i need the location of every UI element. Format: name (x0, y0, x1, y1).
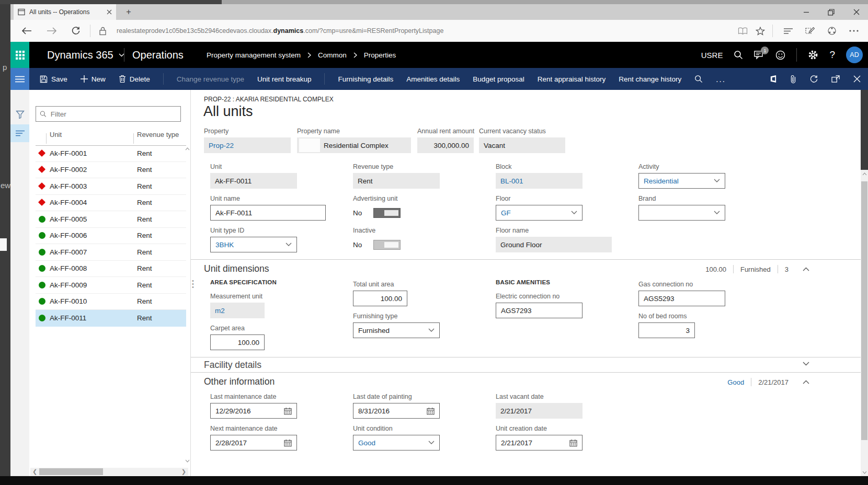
window-restore-button[interactable] (819, 4, 843, 20)
block-link[interactable]: BL-001 (500, 177, 523, 185)
last-date-of-painting-input[interactable]: 8/31/2016 (353, 403, 440, 419)
bed-rooms-input[interactable]: 3 (638, 322, 695, 338)
collapse-chevron-up-icon[interactable] (803, 380, 809, 384)
browser-more-icon[interactable] (845, 22, 863, 40)
list-item[interactable]: Ak-FF-0002Rent (36, 161, 186, 178)
inactive-toggle[interactable] (373, 240, 401, 250)
scroll-left-icon[interactable]: ❮ (32, 468, 37, 476)
lock-icon[interactable] (94, 22, 111, 40)
office-icon[interactable] (769, 75, 777, 83)
url-address[interactable]: realestateprodev1c05be13c5b2946cedevaos.… (117, 27, 734, 34)
breadcrumb-item[interactable]: Property management system (207, 51, 301, 59)
web-note-icon[interactable] (801, 22, 819, 40)
furnishing-type-select[interactable]: Furnished (353, 322, 440, 338)
scrollbar-thumb[interactable] (39, 468, 103, 475)
form-vertical-scrollbar[interactable] (861, 170, 868, 476)
window-minimize-button[interactable] (794, 4, 818, 20)
feedback-icon[interactable] (775, 50, 785, 60)
unit-type-id-select[interactable]: 3BHK (210, 237, 297, 252)
avatar[interactable]: AD (846, 47, 863, 63)
brand-menu[interactable]: Dynamics 365 (47, 42, 124, 68)
amenities-details-button[interactable]: Amenities details (406, 75, 460, 83)
app-launcher-icon[interactable] (10, 42, 29, 68)
search-icon[interactable] (734, 50, 743, 60)
property-link[interactable]: Prop-22 (209, 142, 234, 149)
last-maintenance-date-input[interactable]: 12/29/2016 (210, 403, 297, 419)
next-maintenance-date-input[interactable]: 2/28/2017 (210, 435, 297, 451)
refresh-icon[interactable] (809, 75, 818, 84)
filter-field[interactable] (36, 106, 181, 122)
total-unit-area-input[interactable]: 100.00 (353, 291, 407, 306)
list-view-icon[interactable] (10, 124, 29, 142)
scroll-up-icon[interactable] (861, 172, 868, 176)
actionbar-search-icon[interactable] (694, 75, 703, 83)
close-pane-icon[interactable] (853, 75, 861, 83)
rent-change-history-button[interactable]: Rent change history (619, 75, 681, 83)
menu-hamburger-icon[interactable] (10, 68, 29, 90)
save-button[interactable]: Save (40, 75, 67, 83)
section-unit-dimensions[interactable]: Unit dimensions 100.00 Furnished 3 (191, 259, 861, 279)
scrollbar-thumb[interactable] (861, 181, 867, 440)
calendar-icon[interactable] (284, 407, 292, 415)
new-button[interactable]: New (81, 75, 106, 83)
list-item-selected[interactable]: Ak-FF-0011Rent (36, 310, 186, 327)
furnishing-details-button[interactable]: Furnishing details (338, 75, 393, 83)
column-header-unit[interactable]: Unit (50, 131, 62, 138)
settings-icon[interactable] (808, 50, 818, 60)
list-horizontal-scrollbar[interactable]: ❮ ❯ (30, 468, 188, 476)
back-button[interactable] (18, 22, 36, 40)
unit-rent-breakup-button[interactable]: Unit rent breakup (257, 75, 312, 83)
help-icon[interactable]: ? (829, 49, 835, 61)
list-item[interactable]: Ak-FF-0001Rent (36, 145, 186, 162)
reading-view-icon[interactable] (734, 22, 751, 40)
calendar-icon[interactable] (569, 439, 577, 447)
breadcrumb-item[interactable]: Common (318, 51, 347, 59)
tab-close-icon[interactable] (107, 9, 112, 15)
gas-connection-input[interactable]: AGS5293 (638, 291, 725, 306)
notifications-icon[interactable]: 1 (754, 50, 764, 60)
electric-connection-input[interactable]: AGS7293 (496, 303, 583, 318)
list-item[interactable]: Ak-FF-0003Rent (36, 178, 186, 195)
new-tab-button[interactable]: + (122, 6, 135, 19)
company-selector[interactable]: USRE (701, 51, 723, 60)
browser-tab[interactable]: All units -- Operations (14, 4, 116, 20)
breadcrumb-item[interactable]: Properties (364, 51, 396, 59)
window-close-button[interactable] (844, 4, 868, 20)
expand-chevron-down-icon[interactable] (803, 362, 809, 366)
list-item[interactable]: Ak-FF-0009Rent (36, 277, 186, 294)
list-item[interactable]: Ak-FF-0005Rent (36, 211, 186, 228)
list-item[interactable]: Ak-FF-0010Rent (36, 293, 186, 310)
hub-icon[interactable] (779, 22, 797, 40)
list-item[interactable]: Ak-FF-0008Rent (36, 260, 186, 277)
unit-condition-select[interactable]: Good (353, 435, 440, 451)
calendar-icon[interactable] (427, 407, 435, 415)
actionbar-more-icon[interactable]: ... (716, 75, 726, 84)
delete-button[interactable]: Delete (119, 75, 150, 83)
filter-icon[interactable] (10, 106, 29, 123)
measurement-unit-link[interactable]: m2 (215, 307, 225, 315)
collapse-chevron-up-icon[interactable] (803, 267, 809, 271)
open-in-new-window-icon[interactable] (831, 75, 840, 83)
carpet-area-input[interactable]: 100.00 (210, 334, 265, 350)
rent-appraisal-history-button[interactable]: Rent appraisal history (538, 75, 606, 83)
list-scroll-down-icon[interactable] (185, 459, 190, 463)
share-icon[interactable] (823, 22, 841, 40)
list-item[interactable]: Ak-FF-0004Rent (36, 194, 186, 211)
activity-select[interactable]: Residential (638, 173, 725, 189)
section-facility-details[interactable]: Facility details (191, 357, 861, 373)
refresh-button[interactable] (67, 22, 85, 40)
filter-input[interactable] (50, 110, 177, 119)
scroll-right-icon[interactable]: ❯ (181, 468, 186, 476)
list-item[interactable]: Ak-FF-0007Rent (36, 244, 186, 261)
forward-button[interactable] (43, 22, 61, 40)
list-item[interactable]: Ak-FF-0006Rent (36, 227, 186, 244)
advertising-unit-toggle[interactable] (373, 208, 401, 218)
splitter-handle[interactable]: ••• (192, 279, 194, 288)
budget-proposal-button[interactable]: Budget proposal (473, 75, 524, 83)
attachments-icon[interactable] (790, 75, 796, 84)
scroll-down-icon[interactable] (861, 471, 868, 474)
floor-select[interactable]: GF (496, 205, 583, 221)
column-header-revenue-type[interactable]: Revenue type (137, 131, 179, 138)
section-other-information[interactable]: Other information Good 2/21/2017 (191, 372, 861, 391)
brand-select[interactable] (638, 205, 725, 221)
